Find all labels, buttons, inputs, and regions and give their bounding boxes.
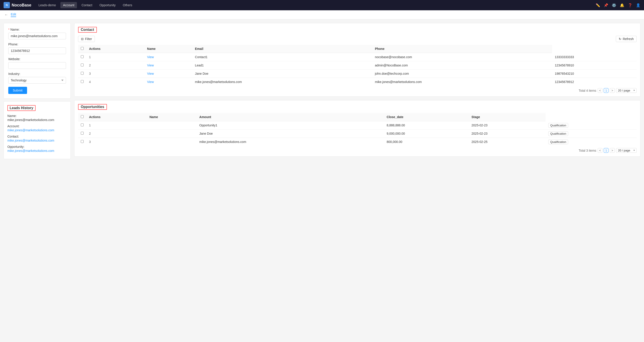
history-name-value: mike.jones@marketsolutions.com (8, 118, 67, 122)
view-link[interactable]: View (147, 80, 154, 84)
row-stage: Qualification (546, 121, 636, 130)
leads-history-card: Leads History Name: mike.jones@marketsol… (4, 101, 71, 159)
main-layout: * Name: Phone: Website: Industry: (0, 20, 644, 341)
left-panel: * Name: Phone: Website: Industry: (4, 23, 71, 338)
history-account-link[interactable]: mike.jones@marketsolutions.com (8, 128, 67, 132)
opp-page-size-select[interactable]: 20 / page 50 / page 100 / page (616, 148, 636, 153)
row-close-date: 2025-02-23 (469, 121, 546, 130)
submit-button[interactable]: Submit (8, 87, 27, 94)
table-row: 1 View Contact1 nocobase@nocobase.com 13… (78, 53, 636, 61)
contact-prev-page[interactable]: < (598, 88, 602, 93)
opp-col-close-date: Close_date (384, 113, 469, 121)
row-name: Lead1 (192, 61, 372, 70)
contact-filter-button[interactable]: ⊟ Filter (78, 36, 95, 42)
filter-label: Filter (85, 37, 92, 41)
view-link[interactable]: View (147, 55, 154, 59)
row-checkbox-cell (78, 70, 86, 78)
contact-col-actions: Actions (86, 45, 144, 53)
name-input[interactable] (8, 33, 66, 39)
edit-button[interactable]: Edit (11, 12, 16, 17)
phone-input[interactable] (8, 48, 66, 54)
filter-icon: ⊟ (81, 37, 84, 41)
row-checkbox-cell (78, 78, 86, 86)
row-action: View (144, 53, 192, 61)
pencil-icon[interactable]: ✏️ (596, 3, 600, 8)
refresh-icon: ↻ (619, 37, 622, 41)
row-email: mike.jones@marketsolutions.com (372, 78, 552, 86)
user-icon[interactable]: 👤 (636, 3, 640, 8)
row-checkbox[interactable] (81, 64, 84, 66)
bell-icon[interactable]: 🔔 (620, 3, 624, 8)
pin-icon[interactable]: 📌 (604, 3, 608, 8)
opp-current-page[interactable]: 1 (604, 148, 608, 153)
history-name-label: Name: (8, 114, 67, 118)
industry-select[interactable]: Technology Finance Healthcare Education (8, 77, 66, 84)
back-button[interactable]: ← (4, 13, 8, 17)
history-contact-label: Contact: (8, 135, 67, 138)
row-name: Contact1 (192, 53, 372, 61)
row-checkbox[interactable] (81, 55, 84, 58)
account-form-card: * Name: Phone: Website: Industry: (4, 23, 71, 99)
contact-section-title: Contact (78, 27, 97, 33)
opp-next-page[interactable]: > (610, 148, 615, 153)
row-action: View (144, 70, 192, 78)
history-contact-field: Contact: mike.jones@marketsolutions.com (8, 135, 67, 142)
row-checkbox[interactable] (81, 132, 84, 135)
nav-item-leads-demo[interactable]: Leads-demo (36, 2, 58, 8)
row-num: 2 (86, 61, 144, 70)
contact-current-page[interactable]: 1 (604, 88, 608, 93)
contact-card: Contact ⊟ Filter ↻ Refresh Actions Name (74, 23, 640, 97)
row-num: 1 (86, 121, 147, 130)
row-close-date: 2025-02-23 (469, 130, 546, 138)
row-num: 4 (86, 78, 144, 86)
opp-select-all[interactable] (81, 115, 84, 118)
row-action (147, 130, 196, 138)
opp-prev-page[interactable]: < (598, 148, 602, 153)
nav-item-account[interactable]: Account (60, 2, 77, 8)
row-email: nocobase@nocobase.com (372, 53, 552, 61)
history-name-field: Name: mike.jones@marketsolutions.com (8, 114, 67, 122)
nav-item-contact[interactable]: Contact (79, 2, 95, 8)
contact-col-email: Email (192, 45, 372, 53)
help-icon[interactable]: ❓ (628, 3, 632, 8)
contact-table-header-row: Actions Name Email Phone (78, 45, 636, 53)
right-panel: Contact ⊟ Filter ↻ Refresh Actions Name (74, 23, 640, 338)
row-checkbox[interactable] (81, 80, 84, 83)
row-phone: 12345678912 (552, 78, 636, 86)
phone-label: Phone: (8, 42, 66, 46)
view-link[interactable]: View (147, 72, 154, 76)
row-amount: 800,000.00 (384, 138, 469, 146)
phone-field-group: Phone: (8, 42, 66, 54)
opp-col-amount: Amount (196, 113, 384, 121)
row-name: mike.jones@marketsolutions.com (196, 138, 384, 146)
contact-refresh-button[interactable]: ↻ Refresh (616, 36, 636, 42)
contact-select-all[interactable] (81, 47, 84, 50)
opp-total-items: Total 3 items (579, 149, 596, 152)
stage-badge: Qualification (548, 123, 568, 128)
row-phone: 12345678910 (552, 61, 636, 70)
row-checkbox[interactable] (81, 140, 84, 143)
contact-next-page[interactable]: > (610, 88, 615, 93)
opp-pagination: Total 3 items < 1 > 20 / page 50 / page … (78, 146, 636, 153)
nav-item-opportunity[interactable]: Opportunity (97, 2, 118, 8)
row-checkbox[interactable] (81, 72, 84, 75)
gear-icon[interactable]: ⚙️ (612, 3, 616, 8)
row-action: View (144, 61, 192, 70)
contact-card-header: Contact (78, 27, 636, 33)
table-row: 2 View Lead1 admin@NocoBase.com 12345678… (78, 61, 636, 70)
website-input[interactable] (8, 62, 66, 69)
nav-item-others[interactable]: Others (120, 2, 135, 8)
row-close-date: 2025-02-25 (469, 138, 546, 146)
opportunities-table: Actions Name Amount Close_date Stage 1 O… (78, 113, 636, 146)
row-name: Jane Doe (196, 130, 384, 138)
view-link[interactable]: View (147, 64, 154, 67)
row-amount: 9,000,000.00 (384, 130, 469, 138)
contact-page-size-select[interactable]: 20 / page 50 / page 100 / page (616, 88, 636, 93)
history-contact-link[interactable]: mike.jones@marketsolutions.com (8, 139, 67, 142)
row-checkbox[interactable] (81, 124, 84, 126)
contact-table: Actions Name Email Phone 1 View Contact1… (78, 45, 636, 86)
industry-field-group: Industry: Technology Finance Healthcare … (8, 72, 66, 84)
industry-label-text: Industry: (8, 72, 20, 76)
history-opportunity-link[interactable]: mike.jones@marketsolutions.com (8, 149, 67, 152)
brand-icon: N (4, 2, 10, 8)
